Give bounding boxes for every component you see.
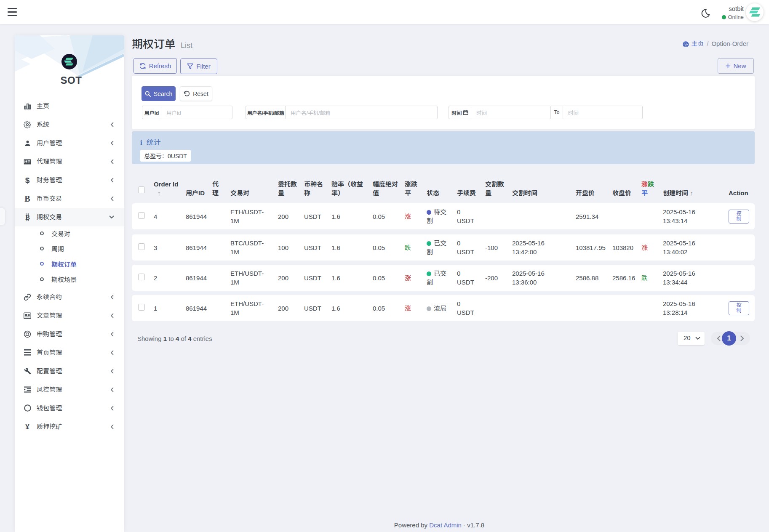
svg-text:B: B — [25, 214, 30, 221]
svg-text:B: B — [24, 195, 30, 203]
svg-text:¥: ¥ — [25, 423, 29, 431]
svg-text:$: $ — [25, 176, 30, 184]
